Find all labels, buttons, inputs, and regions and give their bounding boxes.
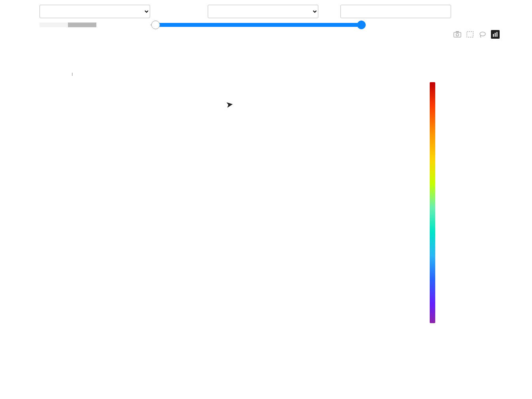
energy-level-plot[interactable] [144, 42, 420, 342]
y-scale-linear-button[interactable] [39, 23, 68, 27]
lasso-icon[interactable] [478, 30, 487, 39]
populations-scale [25, 73, 73, 76]
ion-select[interactable] [39, 5, 150, 18]
y-scale-log-button[interactable] [68, 23, 96, 27]
chart-area: ➤ [5, 42, 527, 342]
y-scale-toggle [39, 23, 96, 27]
wavelength-slider[interactable] [150, 22, 363, 28]
colorbar-gradient [430, 82, 435, 323]
svg-rect-2 [456, 31, 459, 32]
plot-svg[interactable] [144, 42, 420, 342]
svg-rect-6 [495, 33, 496, 37]
plot-toolbar [5, 30, 500, 39]
svg-point-4 [480, 32, 485, 36]
plotly-logo-icon[interactable] [491, 30, 500, 39]
colorbar [430, 76, 439, 323]
controls-panel [5, 5, 527, 28]
svg-rect-0 [454, 32, 461, 37]
max-levels-input[interactable] [340, 5, 451, 18]
shell-select[interactable] [208, 5, 318, 18]
svg-rect-3 [467, 32, 473, 37]
camera-icon[interactable] [453, 30, 462, 39]
left-reference-scales [25, 42, 132, 76]
slider-thumb-max[interactable] [357, 21, 366, 29]
svg-rect-5 [493, 34, 494, 37]
select-icon[interactable] [466, 30, 474, 39]
packets-scale [85, 73, 132, 76]
slider-thumb-min[interactable] [151, 21, 160, 29]
svg-rect-7 [496, 32, 498, 37]
svg-point-1 [456, 34, 459, 36]
